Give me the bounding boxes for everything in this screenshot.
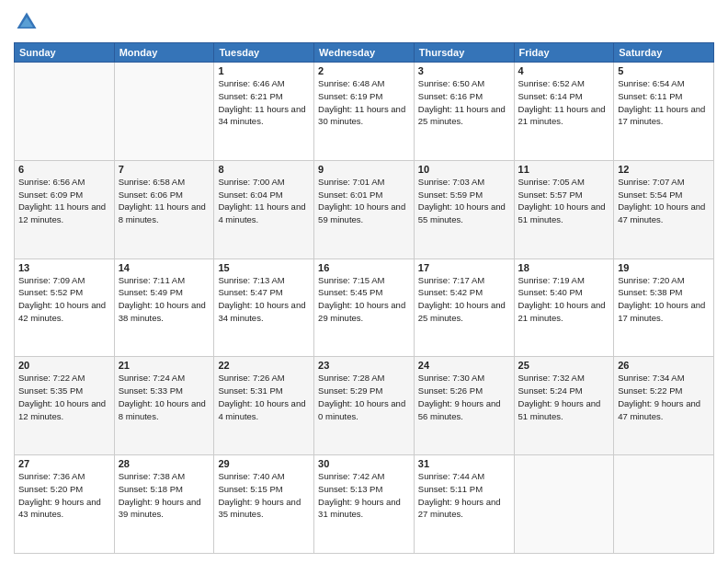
day-number: 26 [618, 360, 710, 371]
day-number: 17 [418, 262, 510, 273]
calendar-cell: 15Sunrise: 7:13 AMSunset: 5:47 PMDayligh… [214, 259, 314, 357]
day-number: 29 [218, 458, 310, 469]
day-number: 6 [18, 164, 110, 175]
calendar-cell: 1Sunrise: 6:46 AMSunset: 6:21 PMDaylight… [214, 63, 314, 161]
day-number: 19 [618, 262, 710, 273]
day-number: 21 [119, 360, 210, 371]
day-info: Sunrise: 7:09 AMSunset: 5:52 PMDaylight:… [18, 274, 110, 325]
calendar-cell: 24Sunrise: 7:30 AMSunset: 5:26 PMDayligh… [414, 357, 514, 455]
calendar-cell: 5Sunrise: 6:54 AMSunset: 6:11 PMDaylight… [614, 63, 714, 161]
calendar-cell: 12Sunrise: 7:07 AMSunset: 5:54 PMDayligh… [614, 160, 714, 259]
calendar-cell: 10Sunrise: 7:03 AMSunset: 5:59 PMDayligh… [414, 160, 514, 259]
logo-icon [14, 9, 40, 35]
day-info: Sunrise: 7:38 AMSunset: 5:18 PMDaylight:… [119, 470, 210, 521]
day-info: Sunrise: 7:00 AMSunset: 6:04 PMDaylight:… [218, 176, 310, 226]
day-number: 28 [119, 458, 210, 469]
day-number: 13 [18, 262, 110, 273]
day-info: Sunrise: 6:58 AMSunset: 6:06 PMDaylight:… [119, 176, 210, 226]
calendar-cell: 31Sunrise: 7:44 AMSunset: 5:11 PMDayligh… [414, 455, 514, 554]
day-number: 10 [418, 164, 510, 175]
calendar-cell: 14Sunrise: 7:11 AMSunset: 5:49 PMDayligh… [114, 259, 214, 357]
day-number: 2 [318, 65, 410, 76]
day-info: Sunrise: 7:20 AMSunset: 5:38 PMDaylight:… [618, 274, 710, 325]
day-info: Sunrise: 7:05 AMSunset: 5:57 PMDaylight:… [518, 176, 610, 226]
calendar-cell: 27Sunrise: 7:36 AMSunset: 5:20 PMDayligh… [15, 455, 115, 554]
day-info: Sunrise: 6:46 AMSunset: 6:21 PMDaylight:… [218, 77, 310, 128]
calendar-cell: 8Sunrise: 7:00 AMSunset: 6:04 PMDaylight… [214, 160, 314, 259]
day-number: 30 [318, 458, 410, 469]
calendar-header-row: SundayMondayTuesdayWednesdayThursdayFrid… [15, 43, 714, 63]
day-number: 9 [318, 164, 410, 175]
calendar-week-row: 27Sunrise: 7:36 AMSunset: 5:20 PMDayligh… [15, 455, 714, 554]
calendar-cell: 3Sunrise: 6:50 AMSunset: 6:16 PMDaylight… [414, 63, 514, 161]
day-info: Sunrise: 6:54 AMSunset: 6:11 PMDaylight:… [618, 77, 710, 128]
calendar-cell: 19Sunrise: 7:20 AMSunset: 5:38 PMDayligh… [614, 259, 714, 357]
day-info: Sunrise: 7:17 AMSunset: 5:42 PMDaylight:… [418, 274, 510, 325]
calendar-cell: 17Sunrise: 7:17 AMSunset: 5:42 PMDayligh… [414, 259, 514, 357]
day-info: Sunrise: 6:48 AMSunset: 6:19 PMDaylight:… [318, 77, 410, 128]
day-info: Sunrise: 7:11 AMSunset: 5:49 PMDaylight:… [119, 274, 210, 325]
day-number: 5 [618, 65, 710, 76]
calendar-cell: 7Sunrise: 6:58 AMSunset: 6:06 PMDaylight… [114, 160, 214, 259]
calendar-cell: 18Sunrise: 7:19 AMSunset: 5:40 PMDayligh… [514, 259, 614, 357]
day-info: Sunrise: 7:40 AMSunset: 5:15 PMDaylight:… [218, 470, 310, 521]
day-number: 16 [318, 262, 410, 273]
calendar-cell: 9Sunrise: 7:01 AMSunset: 6:01 PMDaylight… [314, 160, 415, 259]
day-number: 8 [218, 164, 310, 175]
calendar-cell: 21Sunrise: 7:24 AMSunset: 5:33 PMDayligh… [114, 357, 214, 455]
calendar-week-row: 6Sunrise: 6:56 AMSunset: 6:09 PMDaylight… [15, 160, 714, 259]
calendar-cell: 28Sunrise: 7:38 AMSunset: 5:18 PMDayligh… [114, 455, 214, 554]
calendar-cell [15, 63, 115, 161]
calendar-cell [114, 63, 214, 161]
day-number: 27 [18, 458, 110, 469]
calendar-cell: 20Sunrise: 7:22 AMSunset: 5:35 PMDayligh… [15, 357, 115, 455]
calendar-week-row: 20Sunrise: 7:22 AMSunset: 5:35 PMDayligh… [15, 357, 714, 455]
day-number: 31 [418, 458, 510, 469]
day-number: 14 [119, 262, 210, 273]
col-header-saturday: Saturday [614, 43, 714, 63]
calendar-cell: 4Sunrise: 6:52 AMSunset: 6:14 PMDaylight… [514, 63, 614, 161]
col-header-tuesday: Tuesday [214, 43, 314, 63]
day-number: 25 [518, 360, 610, 371]
day-info: Sunrise: 7:30 AMSunset: 5:26 PMDaylight:… [418, 372, 510, 422]
calendar-cell: 23Sunrise: 7:28 AMSunset: 5:29 PMDayligh… [314, 357, 415, 455]
day-number: 20 [18, 360, 110, 371]
day-info: Sunrise: 7:22 AMSunset: 5:35 PMDaylight:… [18, 372, 110, 422]
calendar-cell: 30Sunrise: 7:42 AMSunset: 5:13 PMDayligh… [314, 455, 415, 554]
day-info: Sunrise: 6:52 AMSunset: 6:14 PMDaylight:… [518, 77, 610, 128]
day-info: Sunrise: 7:36 AMSunset: 5:20 PMDaylight:… [18, 470, 110, 521]
day-number: 7 [119, 164, 210, 175]
day-info: Sunrise: 7:26 AMSunset: 5:31 PMDaylight:… [218, 372, 310, 422]
calendar: SundayMondayTuesdayWednesdayThursdayFrid… [14, 42, 714, 554]
day-number: 1 [218, 65, 310, 76]
day-number: 11 [518, 164, 610, 175]
calendar-cell [514, 455, 614, 554]
col-header-thursday: Thursday [414, 43, 514, 63]
day-info: Sunrise: 7:07 AMSunset: 5:54 PMDaylight:… [618, 176, 710, 226]
calendar-cell: 22Sunrise: 7:26 AMSunset: 5:31 PMDayligh… [214, 357, 314, 455]
col-header-friday: Friday [514, 43, 614, 63]
day-info: Sunrise: 7:24 AMSunset: 5:33 PMDaylight:… [119, 372, 210, 422]
calendar-cell: 11Sunrise: 7:05 AMSunset: 5:57 PMDayligh… [514, 160, 614, 259]
day-info: Sunrise: 6:56 AMSunset: 6:09 PMDaylight:… [18, 176, 110, 226]
page: SundayMondayTuesdayWednesdayThursdayFrid… [0, 0, 728, 563]
day-info: Sunrise: 6:50 AMSunset: 6:16 PMDaylight:… [418, 77, 510, 128]
col-header-monday: Monday [114, 43, 214, 63]
logo [14, 9, 43, 35]
col-header-sunday: Sunday [15, 43, 115, 63]
header [14, 9, 714, 35]
calendar-cell: 13Sunrise: 7:09 AMSunset: 5:52 PMDayligh… [15, 259, 115, 357]
day-number: 12 [618, 164, 710, 175]
calendar-cell: 29Sunrise: 7:40 AMSunset: 5:15 PMDayligh… [214, 455, 314, 554]
day-info: Sunrise: 7:34 AMSunset: 5:22 PMDaylight:… [618, 372, 710, 422]
day-number: 15 [218, 262, 310, 273]
day-info: Sunrise: 7:42 AMSunset: 5:13 PMDaylight:… [318, 470, 410, 521]
day-info: Sunrise: 7:01 AMSunset: 6:01 PMDaylight:… [318, 176, 410, 226]
day-info: Sunrise: 7:44 AMSunset: 5:11 PMDaylight:… [418, 470, 510, 521]
calendar-cell [614, 455, 714, 554]
day-number: 22 [218, 360, 310, 371]
day-number: 23 [318, 360, 410, 371]
day-info: Sunrise: 7:32 AMSunset: 5:24 PMDaylight:… [518, 372, 610, 422]
calendar-cell: 2Sunrise: 6:48 AMSunset: 6:19 PMDaylight… [314, 63, 415, 161]
day-number: 3 [418, 65, 510, 76]
